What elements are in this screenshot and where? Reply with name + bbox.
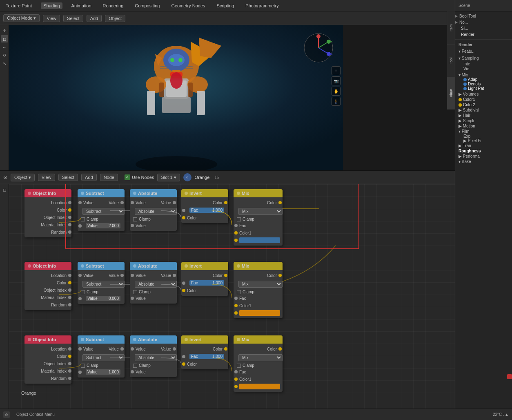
- subtract-value-field-2[interactable]: Value 0.000: [86, 296, 120, 301]
- subtract-value-field[interactable]: Value 2.000: [86, 223, 120, 228]
- invert-fac-field[interactable]: Fac 1.000: [189, 208, 224, 213]
- move-tool[interactable]: ↔: [1, 43, 8, 51]
- hair-item[interactable]: ▶ Hair: [455, 113, 512, 118]
- node-subtract-1[interactable]: Subtract Value Value Subtract Clamp: [78, 189, 125, 231]
- mix-mode-select[interactable]: Mix: [238, 208, 283, 215]
- roughness-item[interactable]: Roughness: [455, 148, 512, 154]
- slot-dropdown[interactable]: Slot 1 ▾: [157, 174, 180, 181]
- trans-item[interactable]: ▶ Tran: [455, 143, 512, 148]
- material-sphere[interactable]: ○: [183, 173, 191, 181]
- rotate-tool[interactable]: ↺: [1, 51, 8, 59]
- node-collapse-dot[interactable]: [28, 192, 31, 195]
- node-invert-3[interactable]: Invert Color Fac 1.000 Color: [181, 335, 228, 369]
- absolute-clamp-3[interactable]: [133, 364, 137, 368]
- node-collapse-dot-4[interactable]: [185, 192, 188, 195]
- ada-item[interactable]: Adap: [459, 77, 509, 82]
- menu-scripting[interactable]: Scripting: [214, 2, 237, 9]
- add-menu[interactable]: Add: [87, 15, 102, 22]
- mix-clamp-2[interactable]: [237, 290, 241, 294]
- pixel-item[interactable]: ▶ Pixel Fi: [455, 139, 512, 143]
- camera-view-btn[interactable]: 📷: [332, 76, 341, 85]
- use-nodes-checkbox[interactable]: ✓: [125, 174, 130, 180]
- subtract-value-field-3[interactable]: Value 1.000: [86, 369, 120, 375]
- inte-item[interactable]: Inte: [459, 62, 509, 66]
- light-path-item[interactable]: Light Pat: [459, 86, 509, 91]
- cursor-tool[interactable]: ✛: [1, 27, 8, 34]
- menu-photogrammetry[interactable]: Photogrammetry: [243, 2, 281, 9]
- hand-tool-btn[interactable]: ✋: [332, 87, 341, 96]
- node-invert-1[interactable]: Invert Color Fac 1.000 Color: [181, 189, 228, 223]
- tab-tool-vertical[interactable]: Tool: [447, 44, 455, 77]
- mix-color2-swatch-3[interactable]: [239, 384, 280, 389]
- invert-fac-field-3[interactable]: Fac 1.000: [189, 354, 224, 359]
- absolute-mode-select[interactable]: Absolute: [135, 208, 177, 215]
- view-menu[interactable]: View: [43, 15, 60, 22]
- node-subtract-3[interactable]: Subtract Value Value Subtract Clamp: [78, 335, 125, 378]
- menu-rendering[interactable]: Rendering: [100, 2, 126, 9]
- node-object-info-2[interactable]: Object Info Location Color Object Index …: [24, 262, 71, 310]
- node-absolute-1[interactable]: Absolute Value Value Absolute Clamp Valu…: [130, 189, 177, 231]
- mix-color2-swatch[interactable]: [239, 237, 280, 243]
- node-select-tool[interactable]: ◻: [1, 186, 8, 193]
- select-menu[interactable]: Select: [63, 15, 83, 22]
- volumes-item[interactable]: ▶ Volumes: [455, 92, 512, 97]
- outliner-bool-tool[interactable]: ▶ Bool Tool: [455, 13, 512, 19]
- menu-compositing[interactable]: Compositing: [132, 2, 162, 9]
- node-menu[interactable]: Node: [100, 174, 118, 181]
- zoom-in-btn[interactable]: +: [332, 66, 341, 75]
- subdiv-item[interactable]: ▶ Subdivisi: [455, 107, 512, 113]
- node-mix-1[interactable]: Mix Color Mix Clamp Fac Color1: [234, 189, 283, 246]
- motion-item[interactable]: ▶ Motion: [455, 123, 512, 129]
- subtract-mode-select[interactable]: Subtract: [82, 208, 125, 215]
- exp-item[interactable]: Exp: [455, 134, 512, 139]
- object-menu[interactable]: Object: [105, 15, 125, 22]
- tab-item-vertical[interactable]: Item: [447, 11, 455, 44]
- subtract-clamp-checkbox[interactable]: [81, 217, 85, 221]
- node-collapse-dot-2[interactable]: [81, 192, 84, 195]
- scale-tool[interactable]: ⤡: [1, 60, 8, 67]
- absolute-clamp-checkbox[interactable]: [133, 217, 137, 221]
- outliner-ne[interactable]: ▶ No...: [455, 19, 512, 25]
- outliner-render1[interactable]: Render: [455, 31, 512, 38]
- node-absolute-3[interactable]: Absolute Value Value Absolute Clamp Valu…: [130, 335, 177, 377]
- invert-fac-field-2[interactable]: Fac 1.000: [189, 280, 224, 286]
- node-editor-canvas[interactable]: Object Info Location Color Object Index …: [9, 184, 455, 409]
- node-view-menu[interactable]: View: [38, 174, 55, 181]
- menu-animation[interactable]: Animation: [69, 2, 94, 9]
- vie-item[interactable]: Vie: [459, 67, 509, 71]
- node-mix-2[interactable]: Mix Color Mix Clamp Fac Color1: [234, 262, 283, 318]
- node-collapse-dot-6[interactable]: [28, 264, 31, 268]
- menu-geometry-nodes[interactable]: Geometry Nodes: [169, 2, 207, 9]
- walk-tool-btn[interactable]: 🚶: [332, 97, 341, 106]
- absolute-mode-select-3[interactable]: Absolute: [135, 354, 177, 361]
- film-header[interactable]: ▾ Film: [455, 129, 512, 134]
- object-mode-dropdown[interactable]: Object Mode ▾: [3, 14, 40, 22]
- select-tool[interactable]: ◻: [1, 35, 8, 42]
- render-features[interactable]: ▾ Featu...: [455, 48, 512, 54]
- node-collapse-dot-3[interactable]: [133, 192, 136, 195]
- node-add-menu[interactable]: Add: [81, 174, 97, 181]
- node-absolute-2[interactable]: Absolute Value Value Absolute Clamp Valu…: [130, 262, 177, 304]
- subtract-mode-select-3[interactable]: Subtract: [82, 354, 125, 361]
- mix-header[interactable]: ▾ Mix: [459, 73, 509, 77]
- sampling-header[interactable]: ▾ Sampling: [459, 55, 509, 61]
- absolute-clamp-2[interactable]: [133, 290, 137, 294]
- navigation-gizmo[interactable]: Y X Z: [302, 31, 335, 64]
- menu-texture-paint[interactable]: Texture Paint: [3, 2, 34, 9]
- subtract-clamp-2[interactable]: [81, 290, 85, 294]
- node-mix-3[interactable]: Mix Color Mix Clamp Fac Color1: [234, 335, 283, 392]
- editor-type-icon[interactable]: ⦿: [3, 175, 7, 180]
- subtract-clamp-3[interactable]: [81, 364, 85, 368]
- mix-mode-select-3[interactable]: Mix: [238, 354, 283, 361]
- node-invert-2[interactable]: Invert Color Fac 1.000 Color: [181, 262, 228, 296]
- mix-color2-swatch-2[interactable]: [239, 310, 280, 316]
- denois-item[interactable]: Denois: [459, 82, 509, 86]
- performa-item[interactable]: ▶ Performa: [455, 154, 512, 159]
- mix-clamp-3[interactable]: [237, 364, 241, 368]
- menu-shading[interactable]: Shading: [41, 2, 62, 9]
- node-select-menu[interactable]: Select: [58, 174, 78, 181]
- node-object-dropdown[interactable]: Object ▾: [11, 174, 35, 181]
- tab-view-vertical[interactable]: View: [447, 77, 455, 109]
- bake-item[interactable]: ▾ Bake: [455, 159, 512, 164]
- 3d-viewport[interactable]: Y X Z + 📷 ✋ 🚶: [9, 25, 343, 170]
